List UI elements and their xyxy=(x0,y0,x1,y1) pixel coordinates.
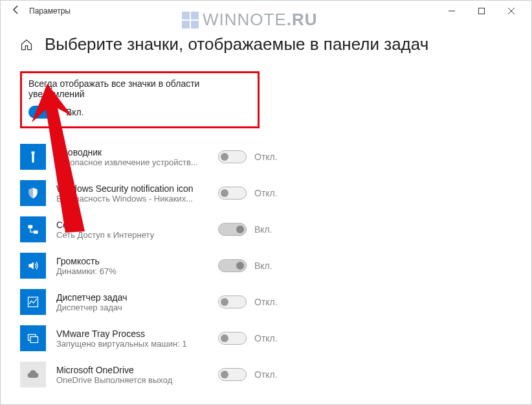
item-subtitle: Безопасность Windows - Никаких... xyxy=(56,194,205,203)
home-icon[interactable] xyxy=(20,38,33,51)
list-item: Windows Security notification iconБезопа… xyxy=(20,176,512,213)
item-title: Диспетчер задач xyxy=(56,292,205,303)
item-subtitle: Динамики: 67% xyxy=(56,266,205,276)
item-toggle[interactable] xyxy=(218,223,247,236)
item-title: Windows Security notification icon xyxy=(56,183,205,194)
highlight-box: Всегда отображать все значки в области у… xyxy=(20,71,260,128)
item-toggle[interactable] xyxy=(218,150,247,163)
list-item: Microsoft OneDriveOneDrive Выполняется в… xyxy=(20,358,512,394)
item-toggle[interactable] xyxy=(218,259,247,272)
svg-rect-1 xyxy=(479,8,485,14)
vmware-icon xyxy=(20,325,46,351)
item-title: Громкость xyxy=(56,256,205,266)
item-subtitle: Сеть Доступ к Интернету xyxy=(56,230,205,240)
svg-rect-4 xyxy=(32,152,35,154)
item-text: Диспетчер задачДиспетчер задач xyxy=(56,292,205,312)
item-subtitle: Диспетчер задач xyxy=(56,303,205,312)
item-text: VMware Tray ProcessЗапущено виртуальных … xyxy=(56,329,205,349)
item-toggle-wrap: Откл. xyxy=(218,368,278,381)
titlebar: Параметры xyxy=(1,1,531,21)
svg-point-6 xyxy=(32,161,34,163)
item-toggle-state: Вкл. xyxy=(254,260,272,271)
item-toggle-wrap: Откл. xyxy=(218,187,278,200)
network-icon xyxy=(20,216,46,242)
svg-rect-8 xyxy=(34,231,38,234)
svg-rect-11 xyxy=(30,337,38,343)
item-toggle[interactable] xyxy=(218,187,247,200)
volume-icon xyxy=(20,253,46,279)
item-toggle[interactable] xyxy=(218,295,247,308)
item-text: СетьСеть Доступ к Интернету xyxy=(56,220,205,240)
page-header: Выберите значки, отображаемые в панели з… xyxy=(1,21,531,71)
item-toggle-wrap: Откл. xyxy=(218,150,278,163)
list-item: VMware Tray ProcessЗапущено виртуальных … xyxy=(20,321,512,358)
item-toggle[interactable] xyxy=(218,368,247,381)
svg-rect-7 xyxy=(28,225,33,228)
content: Всегда отображать все значки в области у… xyxy=(1,71,531,394)
minimize-button[interactable] xyxy=(437,1,467,21)
item-toggle[interactable] xyxy=(218,332,247,345)
item-toggle-state: Откл. xyxy=(254,188,278,198)
item-subtitle: Безопасное извлечение устройств... xyxy=(56,157,205,167)
master-toggle[interactable] xyxy=(28,106,57,119)
cloud-icon xyxy=(20,362,46,388)
item-title: Проводник xyxy=(56,147,205,157)
item-toggle-wrap: Откл. xyxy=(218,332,278,345)
item-toggle-wrap: Вкл. xyxy=(218,223,272,236)
taskmgr-icon xyxy=(20,289,46,315)
usb-icon xyxy=(20,144,46,170)
window-title: Параметры xyxy=(29,6,71,16)
item-text: Microsoft OneDriveOneDrive Выполняется в… xyxy=(56,365,205,385)
item-text: ПроводникБезопасное извлечение устройств… xyxy=(56,147,205,167)
item-toggle-wrap: Откл. xyxy=(218,295,278,308)
shield-icon xyxy=(20,180,46,206)
master-toggle-label: Всегда отображать все значки в области у… xyxy=(28,78,251,99)
item-title: VMware Tray Process xyxy=(56,329,205,339)
item-text: Windows Security notification iconБезопа… xyxy=(56,183,205,203)
item-toggle-state: Откл. xyxy=(254,152,278,162)
item-text: ГромкостьДинамики: 67% xyxy=(56,256,205,276)
maximize-button[interactable] xyxy=(467,1,496,21)
master-toggle-state: Вкл. xyxy=(66,107,84,117)
item-subtitle: Запущено виртуальных машин: 1 xyxy=(56,339,205,349)
list-item: СетьСеть Доступ к ИнтернетуВкл. xyxy=(20,213,512,249)
list-item: ПроводникБезопасное извлечение устройств… xyxy=(20,140,512,176)
item-toggle-state: Откл. xyxy=(254,333,278,343)
back-button[interactable] xyxy=(6,5,27,17)
list-item: ГромкостьДинамики: 67%Вкл. xyxy=(20,249,512,285)
list-item: Диспетчер задачДиспетчер задачОткл. xyxy=(20,285,512,321)
page-title: Выберите значки, отображаемые в панели з… xyxy=(45,34,428,54)
item-toggle-state: Откл. xyxy=(254,369,278,380)
item-subtitle: OneDrive Выполняется выход xyxy=(56,375,205,385)
close-button[interactable] xyxy=(496,1,526,21)
item-title: Сеть xyxy=(56,220,205,230)
item-title: Microsoft OneDrive xyxy=(56,365,205,375)
item-toggle-state: Откл. xyxy=(254,297,278,307)
item-toggle-state: Вкл. xyxy=(254,224,272,235)
item-toggle-wrap: Вкл. xyxy=(218,259,272,272)
svg-rect-5 xyxy=(32,154,34,161)
